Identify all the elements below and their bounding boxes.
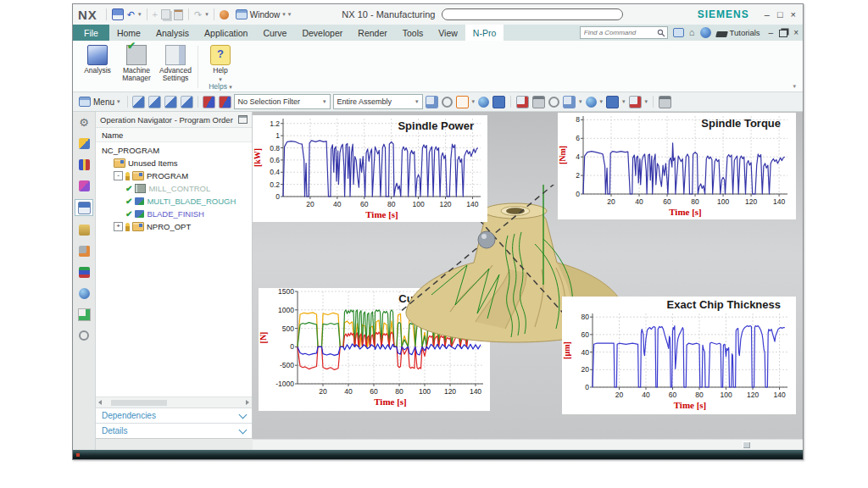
layer-navigator-tab[interactable] (75, 264, 92, 280)
window-cascade-icon[interactable] (426, 96, 438, 108)
tree-item-mill_control[interactable]: ✔MILL_CONTROL (96, 182, 252, 195)
part-navigator-tab[interactable] (75, 178, 92, 193)
rotate-icon[interactable] (548, 97, 559, 108)
folder-icon (114, 158, 125, 168)
shaded-icon[interactable] (586, 97, 597, 108)
tab-home[interactable]: Home (109, 25, 148, 41)
collapse-icon[interactable]: - (114, 171, 123, 180)
ribbon-collapse-icon[interactable]: ▾ (793, 83, 796, 90)
navigator-column-header[interactable]: Name (96, 128, 252, 142)
tutorials-button[interactable]: Tutorials (716, 28, 760, 37)
redo-icon[interactable]: ↷ (194, 9, 202, 20)
select-general-icon[interactable] (148, 96, 161, 108)
minimize-button[interactable]: – (765, 9, 770, 19)
doc-minimize-button[interactable]: – (769, 28, 774, 37)
snap-point-icon[interactable] (203, 96, 215, 108)
expand-icon[interactable]: + (114, 222, 123, 231)
svg-text:0.4: 0.4 (270, 168, 280, 176)
film-icon[interactable] (532, 96, 545, 108)
chip-thickness-chart: 20406080100120140020406080[µm]Time [s]Ex… (562, 297, 796, 414)
constraint-navigator-tab[interactable] (75, 157, 92, 172)
save-icon[interactable] (112, 8, 124, 20)
machine-tool-tab[interactable] (75, 243, 92, 258)
tab-curve[interactable]: Curve (255, 25, 294, 41)
thumbnail-toggle-icon[interactable] (743, 441, 750, 448)
tab-application[interactable]: Application (197, 25, 255, 41)
switch-window-icon[interactable] (673, 28, 684, 37)
select-scope-icon[interactable] (132, 96, 145, 108)
tab-analysis[interactable]: Analysis (148, 25, 197, 41)
operation-navigator-tab[interactable] (75, 199, 93, 216)
section-dependencies[interactable]: Dependencies (96, 408, 252, 423)
undock-icon[interactable] (238, 115, 248, 124)
find-command-input[interactable] (582, 28, 657, 37)
doc-restore-icon[interactable] (779, 30, 787, 37)
touch-mode-icon[interactable] (220, 10, 229, 19)
svg-text:140: 140 (773, 197, 785, 206)
tree-item-npro_opt[interactable]: +NPRO_OPT (96, 220, 252, 233)
selection-filter-dropdown[interactable]: No Selection Filter ▾ (234, 94, 331, 109)
paste-icon[interactable] (174, 9, 183, 20)
svg-text:40: 40 (642, 391, 650, 399)
tab-n-pro[interactable]: N-Pro (465, 25, 504, 41)
fit-view-icon[interactable] (456, 96, 469, 108)
maximize-button[interactable]: □ (777, 9, 783, 19)
tab-render[interactable]: Render (350, 25, 394, 41)
tree-item-blade_finish[interactable]: ✔BLADE_FINISH (96, 208, 252, 220)
shaded-icon[interactable] (478, 97, 489, 108)
cut-icon[interactable]: + (153, 9, 158, 20)
assembly-scope-value: Entire Assembly (337, 97, 392, 106)
window-cascade-icon[interactable] (563, 96, 576, 108)
scroll-left-icon[interactable] (98, 400, 102, 405)
tab-developer[interactable]: Developer (294, 25, 350, 41)
advanced-settings-button[interactable]: Advanced Settings (156, 42, 195, 92)
svg-text:Time [s]: Time [s] (669, 207, 702, 217)
select-filter-icon[interactable] (164, 96, 177, 108)
clock-tab[interactable] (75, 328, 92, 343)
home-icon[interactable]: ⌂ (689, 27, 695, 38)
caret-down-icon[interactable]: ▾ (288, 11, 292, 18)
gear-tab[interactable]: ⚙ (75, 114, 92, 130)
machining-wizard-tab[interactable] (75, 222, 92, 237)
snap-icon-group (203, 96, 231, 108)
help-sphere-icon[interactable] (700, 27, 711, 38)
tree-item-unused items[interactable]: Unused Items (96, 157, 252, 169)
analysis-button[interactable]: Analysis (78, 42, 117, 92)
svg-text:80: 80 (581, 313, 590, 321)
scroll-right-icon[interactable] (246, 400, 249, 405)
section-details[interactable]: Details (96, 423, 252, 438)
snap-enable-icon[interactable] (219, 96, 231, 108)
ribbon-group-caption[interactable]: Helps ▾ (200, 82, 241, 91)
undo-icon[interactable]: ↶ (127, 9, 135, 20)
history-tab[interactable] (75, 307, 92, 322)
window-menu[interactable]: Window ▾ ▾ (236, 9, 292, 19)
scroll-thumb[interactable] (111, 400, 167, 406)
machine-manager-button[interactable]: Machine Manager (117, 42, 156, 92)
assembly-scope-dropdown[interactable]: Entire Assembly ▾ (333, 94, 423, 109)
studio-icon[interactable] (606, 96, 619, 108)
tab-file[interactable]: File (73, 25, 109, 41)
tree-item-multi_blade_rough[interactable]: ✔MULTI_BLADE_ROUGH (96, 195, 252, 208)
horizontal-scrollbar[interactable] (96, 396, 252, 408)
graphics-window[interactable]: 2040608010012014000.20.40.60.811.2[kW]Ti… (253, 112, 803, 450)
snapshot-icon[interactable] (629, 96, 642, 108)
title-group: NX 10 - Manufacturing (342, 8, 623, 20)
svg-text:8: 8 (576, 115, 580, 124)
copy-icon[interactable] (161, 9, 170, 19)
rotate-icon[interactable] (442, 97, 453, 108)
tree-item-nc_program[interactable]: NC_PROGRAM (96, 144, 252, 157)
find-command-box[interactable] (580, 26, 668, 39)
doc-close-button[interactable]: × (793, 28, 798, 37)
select-method-icon[interactable] (181, 96, 193, 108)
tab-view[interactable]: View (431, 25, 465, 41)
studio-icon[interactable] (492, 96, 505, 108)
tab-tools[interactable]: Tools (395, 25, 431, 41)
snapshot-icon[interactable] (516, 96, 529, 108)
close-button[interactable]: × (791, 9, 796, 19)
internet-tab[interactable] (75, 286, 92, 301)
menu-button[interactable]: Menu ▾ (76, 97, 123, 107)
film-icon[interactable] (659, 96, 671, 108)
ribbon-button-label: Advanced Settings (156, 67, 195, 83)
assembly-navigator-tab[interactable] (75, 136, 92, 151)
tree-item-program[interactable]: -PROGRAM (96, 169, 252, 182)
